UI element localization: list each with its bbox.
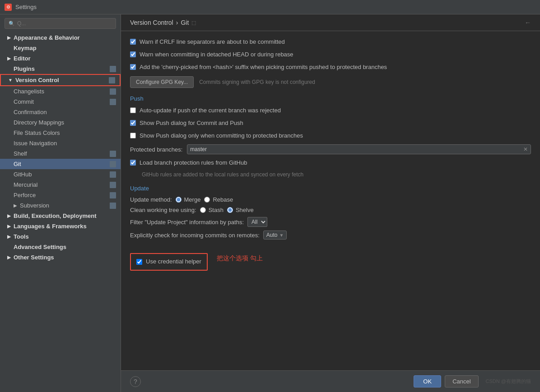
sidebar-item-languages[interactable]: ▶ Languages & Frameworks <box>0 221 121 231</box>
expand-arrow: ▶ <box>7 213 11 218</box>
main-content: 🔍 ▶ Appearance & Behavior ▶ Keymap ▶ Edi… <box>0 14 540 392</box>
auto-update-text: Auto-update if push of the current branc… <box>140 106 281 115</box>
show-push-protected-text: Show Push dialog only when committing to… <box>140 132 303 140</box>
sidebar-item-advanced[interactable]: ▶ Advanced Settings <box>0 242 121 252</box>
show-push-protected-checkbox[interactable] <box>130 133 136 138</box>
github-icon <box>110 171 116 178</box>
sidebar-item-changelists[interactable]: Changelists <box>0 86 121 97</box>
protected-branches-input[interactable] <box>190 146 523 152</box>
expand-arrow: ▶ <box>7 56 11 61</box>
warn-detached-label[interactable]: Warn when committing in detached HEAD or… <box>130 51 293 59</box>
explicitly-check-dropdown[interactable]: Auto ▼ <box>263 231 287 240</box>
cancel-button[interactable]: Cancel <box>445 375 478 387</box>
sidebar-item-label: Perforce <box>14 192 36 198</box>
sidebar: 🔍 ▶ Appearance & Behavior ▶ Keymap ▶ Edi… <box>0 14 121 392</box>
right-panel: Version Control › Git ⬚ ← Warn if CRLF l… <box>121 14 540 392</box>
expand-arrow: ▶ <box>7 255 11 260</box>
clean-shelve-radio[interactable] <box>227 207 233 213</box>
sidebar-item-label: Commit <box>14 98 34 105</box>
annotation-text: 把这个选项 勾上 <box>217 254 263 263</box>
sidebar-item-label: Mercurial <box>14 181 37 188</box>
cherry-pick-label[interactable]: Add the 'cherry-picked from <hash>' suff… <box>130 63 387 71</box>
warn-crlf-label[interactable]: Warn if CRLF line separators are about t… <box>130 38 285 46</box>
clean-stash-label: Stash <box>209 207 223 213</box>
clean-working-tree-label: Clean working tree using: <box>130 207 196 213</box>
sidebar-item-version-control[interactable]: ▼ Version Control <box>0 74 121 86</box>
auto-update-checkbox[interactable] <box>130 107 136 113</box>
sidebar-item-shelf[interactable]: Shelf <box>0 148 121 159</box>
clean-shelve-label: Shelve <box>236 207 254 213</box>
sidebar-item-plugins[interactable]: ▶ Plugins <box>0 64 121 74</box>
sidebar-item-label: Other Settings <box>14 254 54 261</box>
warn-crlf-checkbox[interactable] <box>130 39 136 45</box>
search-box[interactable]: 🔍 <box>5 18 116 29</box>
credential-helper-checkbox[interactable] <box>136 259 142 265</box>
sidebar-item-subversion[interactable]: ▶ Subversion <box>0 200 121 211</box>
filter-update-select[interactable]: All <box>247 217 267 227</box>
sidebar-item-directory-mappings[interactable]: Directory Mappings <box>0 117 121 128</box>
expand-arrow: ▼ <box>8 78 13 83</box>
sidebar-item-file-status-colors[interactable]: File Status Colors <box>0 128 121 138</box>
clean-working-tree-row: Clean working tree using: Stash Shelve <box>130 207 531 213</box>
update-method-rebase-radio[interactable] <box>204 197 210 203</box>
sidebar-item-build[interactable]: ▶ Build, Execution, Deployment <box>0 211 121 221</box>
sidebar-item-label: Keymap <box>14 45 37 51</box>
show-push-dialog-row: Show Push dialog for Commit and Push <box>130 119 531 127</box>
changelists-icon <box>110 88 116 95</box>
cherry-pick-checkbox[interactable] <box>130 64 136 70</box>
back-button[interactable]: ← <box>525 19 531 26</box>
update-method-merge-radio[interactable] <box>176 197 182 203</box>
show-push-protected-row: Show Push dialog only when committing to… <box>130 132 531 140</box>
explicitly-check-label: Explicitly check for incoming commits on… <box>130 232 260 239</box>
expand-arrow: ▶ <box>7 224 11 229</box>
credential-helper-label: Use credential helper <box>146 258 201 266</box>
sidebar-item-label: Subversion <box>20 202 49 209</box>
git-icon <box>110 161 116 167</box>
sidebar-item-tools[interactable]: ▶ Tools <box>0 231 121 242</box>
show-push-dialog-label[interactable]: Show Push dialog for Commit and Push <box>130 119 243 127</box>
breadcrumb-git[interactable]: Git <box>181 19 189 26</box>
sidebar-item-label: Git <box>14 161 21 167</box>
sidebar-item-github[interactable]: GitHub <box>0 169 121 180</box>
load-branch-protection-checkbox[interactable] <box>130 160 136 166</box>
breadcrumb-separator: › <box>176 19 178 26</box>
search-input[interactable] <box>17 20 112 27</box>
sidebar-item-commit[interactable]: Commit <box>0 97 121 107</box>
sidebar-item-editor[interactable]: ▶ Editor <box>0 53 121 64</box>
show-push-protected-label[interactable]: Show Push dialog only when committing to… <box>130 132 303 140</box>
expand-arrow: ▶ <box>7 35 11 40</box>
gpg-button[interactable]: Configure GPG Key... <box>130 76 194 88</box>
load-branch-protection-label[interactable]: Load branch protection rules from GitHub <box>130 159 247 167</box>
clean-stash-group: Stash <box>200 207 223 213</box>
watermark: CSDN @有翅腾的猫 <box>486 378 531 385</box>
sidebar-item-issue-navigation[interactable]: Issue Navigation <box>0 138 121 148</box>
github-note: GitHub rules are added to the local rule… <box>142 171 531 178</box>
sidebar-item-git[interactable]: Git <box>0 159 121 169</box>
sidebar-item-label: Editor <box>14 55 31 62</box>
breadcrumb-icon: ⬚ <box>191 20 196 26</box>
sidebar-item-keymap[interactable]: ▶ Keymap <box>0 43 121 53</box>
show-push-dialog-text: Show Push dialog for Commit and Push <box>140 119 243 127</box>
sidebar-item-perforce[interactable]: Perforce <box>0 190 121 200</box>
protected-branches-input-container[interactable]: ✕ <box>187 144 531 154</box>
warn-detached-checkbox[interactable] <box>130 51 136 57</box>
sidebar-item-appearance[interactable]: ▶ Appearance & Behavior <box>0 32 121 43</box>
sidebar-item-confirmation[interactable]: Confirmation <box>0 107 121 117</box>
shelf-icon <box>110 151 116 157</box>
filter-update-label: Filter "Update Project" information by p… <box>130 219 244 226</box>
sidebar-item-label: Issue Navigation <box>14 140 57 147</box>
sidebar-item-mercurial[interactable]: Mercurial <box>0 180 121 190</box>
breadcrumb-version-control[interactable]: Version Control <box>130 19 173 26</box>
show-push-dialog-checkbox[interactable] <box>130 120 136 126</box>
warn-crlf-text: Warn if CRLF line separators are about t… <box>140 38 285 46</box>
sidebar-item-other[interactable]: ▶ Other Settings <box>0 252 121 263</box>
help-button[interactable]: ? <box>130 376 141 387</box>
ok-button[interactable]: OK <box>414 375 441 387</box>
gpg-row: Configure GPG Key... Commits signing wit… <box>130 76 531 88</box>
expand-arrow: ▶ <box>7 234 11 239</box>
cherry-pick-row: Add the 'cherry-picked from <hash>' suff… <box>130 63 531 71</box>
auto-update-label[interactable]: Auto-update if push of the current branc… <box>130 106 281 115</box>
clean-stash-radio[interactable] <box>200 207 206 213</box>
protected-branches-clear-icon[interactable]: ✕ <box>523 146 528 152</box>
update-method-merge-group: Merge <box>176 196 201 203</box>
